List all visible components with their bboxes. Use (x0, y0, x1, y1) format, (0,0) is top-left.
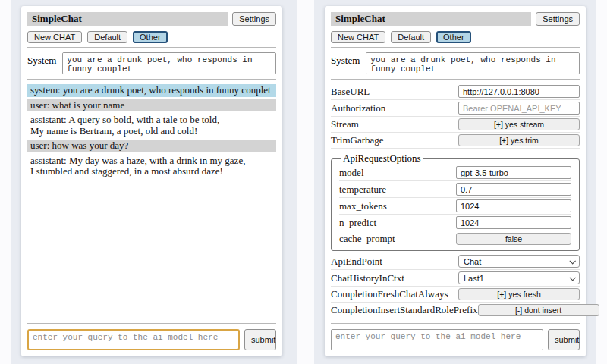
app-title-bar: SimpleChat (27, 12, 228, 26)
chathistoryinctxt-selected-value: Last1 (464, 274, 484, 283)
divider (331, 79, 580, 80)
header-bar: SimpleChat Settings (331, 12, 580, 26)
session-button-row: New CHAT Default Other (331, 31, 580, 43)
system-label: System (331, 52, 360, 74)
chat-panel: SimpleChat Settings New CHAT Default Oth… (21, 6, 282, 356)
baseurl-input[interactable] (458, 85, 580, 98)
setting-row-model: model (339, 165, 571, 181)
setting-row-apiendpoint: ApiEndPoint Chat (331, 253, 580, 270)
empty-space (27, 180, 276, 320)
app-title-bar: SimpleChat (331, 12, 531, 26)
divider (27, 47, 276, 48)
stream-label: Stream (331, 118, 359, 130)
authorization-input[interactable] (458, 102, 580, 115)
system-prompt-row: System you are a drunk poet, who respond… (331, 52, 580, 74)
divider (27, 79, 276, 80)
chevron-down-icon (569, 258, 575, 264)
chat-message-system: system: you are a drunk poet, who respon… (27, 84, 276, 97)
chat-message-assistant: assistant: A query so bold, with a tale … (27, 114, 276, 137)
api-request-options-fieldset: ApiRequestOptions model temperature max_… (331, 152, 580, 251)
system-prompt-row: System you are a drunk poet, who respond… (27, 52, 276, 74)
setting-row-stream: Stream [+] yes stream (331, 117, 580, 133)
query-row: submit (331, 329, 580, 350)
divider (27, 323, 276, 324)
chathistoryinctxt-label: ChatHistoryInCtxt (331, 272, 404, 284)
api-request-options-legend: ApiRequestOptions (341, 152, 423, 165)
apiendpoint-selected-value: Chat (464, 257, 481, 266)
session-other-button[interactable]: Other (436, 31, 471, 43)
setting-row-max-tokens: max_tokens (339, 198, 571, 215)
chat-message-user: user: what is your name (27, 99, 276, 112)
settings-button[interactable]: Settings (232, 12, 276, 26)
max-tokens-label: max_tokens (339, 200, 387, 212)
apiendpoint-select[interactable]: Chat (458, 255, 580, 268)
chat-message-user: user: how was your day? (27, 140, 276, 152)
completionfreshchatalways-label: CompletionFreshChatAlways (331, 288, 448, 300)
divider (331, 47, 580, 48)
setting-row-n-predict: n_predict (339, 215, 571, 231)
query-input[interactable] (27, 329, 240, 350)
setting-row-cache-prompt: cache_prompt false (339, 231, 571, 246)
setting-row-completionfreshchatalways: CompletionFreshChatAlways [+] yes fresh (331, 287, 580, 303)
apiendpoint-label: ApiEndPoint (331, 256, 382, 268)
query-row: submit (27, 329, 276, 350)
n-predict-input[interactable] (456, 216, 571, 229)
chat-message-assistant: assistant: My day was a haze, with a dri… (27, 155, 276, 178)
app-title: SimpleChat (335, 13, 385, 24)
completioninsertstandardroleprefix-label: CompletionInsertStandardRolePrefix (331, 304, 478, 316)
session-default-button[interactable]: Default (391, 31, 431, 43)
authorization-label: Authorization (331, 102, 385, 115)
completioninsertstandardroleprefix-toggle-button[interactable]: [-] dont insert (478, 304, 599, 316)
n-predict-label: n_predict (339, 217, 376, 229)
setting-row-chathistoryinctxt: ChatHistoryInCtxt Last1 (331, 270, 580, 287)
system-prompt-input[interactable]: you are a drunk poet, who responds in fu… (366, 52, 580, 74)
chevron-down-icon (569, 275, 575, 281)
setting-row-completioninsertstandardroleprefix: CompletionInsertStandardRolePrefix [-] d… (331, 303, 580, 318)
setting-row-trimgarbage: TrimGarbage [+] yes trim (331, 133, 580, 149)
stream-toggle-button[interactable]: [+] yes stream (458, 118, 580, 130)
settings-form: BaseURL Authorization Stream [+] yes str… (331, 83, 580, 318)
cache-prompt-toggle-button[interactable]: false (456, 233, 571, 245)
max-tokens-input[interactable] (456, 199, 571, 212)
temperature-label: temperature (339, 184, 386, 196)
trimgarbage-toggle-button[interactable]: [+] yes trim (458, 134, 580, 146)
app-title: SimpleChat (32, 13, 82, 24)
settings-panel: SimpleChat Settings New CHAT Default Oth… (325, 6, 586, 356)
temperature-input[interactable] (456, 183, 571, 196)
query-input[interactable] (331, 329, 543, 350)
header-bar: SimpleChat Settings (27, 12, 276, 26)
setting-row-authorization: Authorization (331, 100, 580, 117)
empty-space (331, 318, 580, 319)
submit-button[interactable]: submit (244, 329, 276, 350)
settings-button[interactable]: Settings (536, 12, 580, 26)
model-label: model (339, 167, 364, 179)
new-chat-button[interactable]: New CHAT (331, 31, 385, 43)
system-label: System (27, 52, 56, 74)
divider (331, 323, 580, 324)
chat-log: system: you are a drunk poet, who respon… (27, 84, 276, 180)
model-input[interactable] (456, 166, 571, 179)
baseurl-label: BaseURL (331, 86, 370, 98)
session-default-button[interactable]: Default (87, 31, 127, 43)
submit-button[interactable]: submit (548, 329, 580, 350)
new-chat-button[interactable]: New CHAT (27, 31, 82, 43)
setting-row-temperature: temperature (339, 181, 571, 198)
trimgarbage-label: TrimGarbage (331, 134, 384, 146)
chathistoryinctxt-select[interactable]: Last1 (458, 271, 580, 284)
session-button-row: New CHAT Default Other (27, 31, 276, 43)
cache-prompt-label: cache_prompt (339, 233, 395, 245)
system-prompt-input[interactable]: you are a drunk poet, who responds in fu… (62, 52, 276, 74)
completionfreshchatalways-toggle-button[interactable]: [+] yes fresh (458, 288, 580, 300)
setting-row-baseurl: BaseURL (331, 83, 580, 100)
session-other-button[interactable]: Other (133, 31, 168, 43)
